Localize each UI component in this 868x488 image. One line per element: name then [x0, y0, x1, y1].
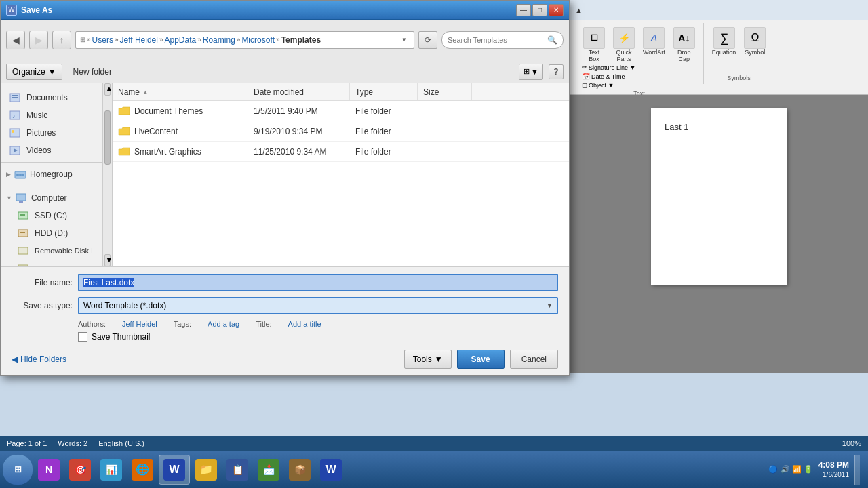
authors-value[interactable]: Jeff Heidel	[122, 320, 157, 328]
equation-label: Equation	[712, 49, 736, 56]
forward-button[interactable]: ▶	[29, 30, 48, 49]
start-button[interactable]: ⊞	[3, 455, 33, 485]
clock: 4:08 PM 1/6/2011	[818, 460, 849, 479]
new-folder-button[interactable]: New folder	[68, 64, 117, 80]
column-size[interactable]: Size	[418, 83, 472, 100]
dialog-footer: File name: Save as type: Word Template (…	[1, 266, 569, 375]
view-button[interactable]: ⊞ ▼	[519, 64, 543, 80]
ribbon-group-items: ☐ TextBox ⚡ QuickParts A WordArt A↓ Drop…	[580, 26, 698, 64]
scrollbar-down-arrow[interactable]: ▼	[104, 254, 111, 266]
dialog-filelist[interactable]: Name ▲ Date modified Type Size	[113, 83, 569, 266]
object-btn[interactable]: ◻ Object ▼	[580, 81, 698, 89]
statusbar-language: English (U.S.)	[98, 439, 144, 447]
col-date-label: Date modified	[254, 87, 304, 97]
table-row[interactable]: LiveContent 9/19/2010 9:34 PM File folde…	[113, 121, 569, 142]
sidebar-divider-1	[1, 162, 112, 163]
drop-cap-button[interactable]: A↓ DropCap	[671, 26, 698, 64]
help-button[interactable]: ?	[549, 64, 564, 79]
close-button[interactable]: ✕	[549, 4, 564, 16]
up-button[interactable]: ↑	[52, 30, 71, 49]
equation-button[interactable]: ∑ Equation	[709, 26, 739, 57]
computer-expand-icon: ▼	[6, 195, 12, 201]
search-input[interactable]	[448, 36, 545, 44]
organize-button[interactable]: Organize ▼	[6, 64, 62, 80]
save-button[interactable]: Save	[457, 350, 505, 369]
breadcrumb-sep-5: »	[276, 36, 280, 43]
scrollbar-up-arrow[interactable]: ▲	[104, 83, 111, 96]
cancel-button[interactable]: Cancel	[510, 350, 558, 369]
sidebar-removable2-label: Removable Disk l	[35, 264, 93, 266]
show-desktop-btn[interactable]	[854, 455, 860, 485]
sidebar-item-hdd[interactable]: HDD (D:)	[1, 224, 112, 242]
taskbar-app5[interactable]: 📩	[254, 455, 283, 485]
sidebar-item-videos[interactable]: Videos	[1, 142, 112, 159]
sidebar-item-pictures[interactable]: Pictures	[1, 124, 112, 142]
sidebar-scrollbar[interactable]: ▲ ▼	[102, 83, 112, 266]
savetype-dropdown[interactable]: Word Template (*.dotx) ▼	[78, 297, 558, 314]
save-label: Save	[471, 354, 490, 364]
date-time-btn[interactable]: 📅 Date & Time	[580, 73, 698, 80]
quick-parts-button[interactable]: ⚡ QuickParts	[610, 26, 637, 64]
sidebar-item-music[interactable]: ♪ Music	[1, 106, 112, 124]
taskbar-app4[interactable]: 📋	[222, 455, 252, 485]
tags-add[interactable]: Add a tag	[208, 320, 239, 328]
drop-cap-icon: A↓	[673, 27, 695, 49]
breadcrumb-users[interactable]: Users	[92, 35, 113, 45]
minimize-button[interactable]: —	[516, 4, 531, 16]
breadcrumb-roaming[interactable]: Roaming	[203, 35, 235, 45]
sidebar-homegroup[interactable]: ▶ Homegroup	[1, 165, 112, 183]
breadcrumb-bar[interactable]: ⊞ » Users » Jeff Heidel » AppData » Roam…	[75, 31, 414, 49]
save-thumbnail-label: Save Thumbnail	[92, 332, 151, 342]
ribbon-group-symbol-items: ∑ Equation Ω Symbol	[709, 26, 769, 57]
file-name-text-livecontent: LiveContent	[134, 127, 178, 136]
taskbar-browser[interactable]: 🌐	[127, 455, 157, 485]
taskbar-onenote[interactable]: N	[34, 455, 64, 485]
signature-line-btn[interactable]: ✏ Signature Line ▼	[580, 64, 698, 71]
scrollbar-thumb[interactable]	[104, 110, 111, 165]
breadcrumb-microsoft[interactable]: Microsoft	[241, 35, 275, 45]
taskbar-app3[interactable]: 📊	[96, 455, 126, 485]
sidebar-item-removable1[interactable]: Removable Disk l	[1, 242, 112, 260]
table-row[interactable]: SmartArt Graphics 11/25/2010 9:34 AM Fil…	[113, 142, 569, 162]
column-name[interactable]: Name ▲	[113, 83, 248, 100]
taskbar-app6[interactable]: 📦	[285, 455, 315, 485]
breadcrumb-sep-3: »	[197, 36, 201, 43]
date-time-icon: 📅	[582, 73, 590, 80]
taskbar-explorer[interactable]: 📁	[191, 455, 221, 485]
sidebar-computer[interactable]: ▼ Computer	[1, 189, 112, 207]
taskbar-word2[interactable]: W	[316, 455, 346, 485]
breadcrumb-sep-4: »	[237, 36, 241, 43]
wordart-button[interactable]: A WordArt	[640, 26, 668, 64]
taskbar-app2[interactable]: 🎯	[65, 455, 95, 485]
maximize-button[interactable]: □	[532, 4, 547, 16]
sidebar-item-documents[interactable]: Documents	[1, 89, 112, 106]
sidebar-item-removable2[interactable]: Removable Disk l	[1, 260, 112, 266]
column-type[interactable]: Type	[350, 83, 418, 100]
filename-input[interactable]	[78, 274, 558, 291]
statusbar-zoom: 100%	[842, 439, 861, 447]
breadcrumb-appdata[interactable]: AppData	[165, 35, 197, 45]
col-size-label: Size	[423, 87, 439, 97]
refresh-button[interactable]: ⟳	[418, 31, 437, 49]
sidebar-item-ssd[interactable]: SSD (C:)	[1, 207, 112, 224]
text-box-label: TextBox	[589, 49, 600, 62]
breadcrumb-jeff-heidel[interactable]: Jeff Heidel	[119, 35, 157, 45]
save-as-dialog: W Save As — □ ✕ ◀ ▶ ↑ ⊞ » Users » Jeff H…	[0, 0, 570, 376]
title-add[interactable]: Add a title	[288, 320, 321, 328]
text-box-button[interactable]: ☐ TextBox	[580, 26, 608, 64]
ribbon-collapse-btn[interactable]: ▲	[575, 6, 583, 14]
symbol-button[interactable]: Ω Symbol	[741, 26, 768, 57]
save-thumbnail-checkbox[interactable]	[78, 332, 87, 342]
breadcrumb-templates[interactable]: Templates	[281, 35, 321, 45]
app5-icon: 📩	[258, 459, 279, 481]
column-date-modified[interactable]: Date modified	[248, 83, 350, 100]
hide-folders-button[interactable]: ◀ Hide Folders	[12, 354, 66, 364]
taskbar-word[interactable]: W	[159, 455, 190, 485]
sidebar-pictures-label: Pictures	[26, 128, 56, 138]
tools-button[interactable]: Tools ▼	[404, 350, 452, 369]
table-row[interactable]: Document Themes 1/5/2011 9:40 PM File fo…	[113, 101, 569, 121]
svg-point-11	[19, 174, 22, 176]
breadcrumb-dropdown-arrow[interactable]: ▼	[399, 35, 410, 45]
back-button[interactable]: ◀	[6, 30, 25, 49]
search-box[interactable]: 🔍	[441, 31, 564, 49]
